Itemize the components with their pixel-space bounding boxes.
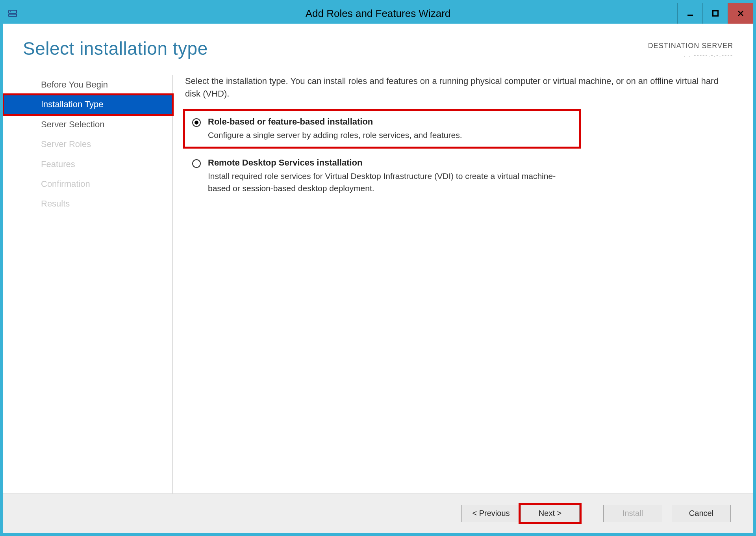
previous-button[interactable]: < Previous <box>461 505 521 522</box>
option-role-based-title: Role-based or feature-based installation <box>208 117 572 127</box>
option-role-based[interactable]: Role-based or feature-based installation… <box>185 111 579 147</box>
window-controls <box>677 3 753 24</box>
svg-rect-1 <box>9 14 17 17</box>
window-title: Add Roles and Features Wizard <box>306 7 451 20</box>
step-installation-type[interactable]: Installation Type <box>3 95 172 114</box>
content-pane: Select the installation type. You can in… <box>185 71 733 493</box>
option-rds-desc: Install required role services for Virtu… <box>208 170 572 194</box>
install-button: Install <box>603 505 662 522</box>
content-divider <box>172 75 173 493</box>
svg-rect-4 <box>713 11 718 16</box>
close-icon <box>737 10 744 17</box>
step-before-you-begin[interactable]: Before You Begin <box>3 75 172 95</box>
body-area: Before You Begin Installation Type Serve… <box>3 63 753 493</box>
destination-server-label: DESTINATION SERVER <box>648 42 733 50</box>
wizard-window: Add Roles and Features Wizard Select ins… <box>0 0 756 536</box>
svg-point-2 <box>10 11 11 12</box>
option-role-based-text: Role-based or feature-based installation… <box>208 117 572 141</box>
minimize-icon <box>687 10 693 17</box>
wizard-steps-sidebar: Before You Begin Installation Type Serve… <box>3 71 172 493</box>
intro-text: Select the installation type. You can in… <box>185 75 733 100</box>
nav-button-group: < Previous Next > <box>461 505 580 522</box>
step-results: Results <box>3 194 172 214</box>
step-confirmation: Confirmation <box>3 174 172 194</box>
option-role-based-desc: Configure a single server by adding role… <box>208 129 572 141</box>
step-features: Features <box>3 154 172 174</box>
footer: < Previous Next > Install Cancel <box>3 493 753 533</box>
option-rds-text: Remote Desktop Services installation Ins… <box>208 158 572 194</box>
next-button[interactable]: Next > <box>521 505 580 522</box>
page-heading: Select installation type <box>23 38 208 59</box>
radio-role-based[interactable] <box>192 118 201 127</box>
server-manager-icon <box>7 8 18 19</box>
destination-server-value: . . -----.-.-.---- <box>648 52 733 59</box>
destination-server-block: DESTINATION SERVER . . -----.-.-.---- <box>648 38 733 59</box>
cancel-button[interactable]: Cancel <box>672 505 731 522</box>
maximize-icon <box>712 10 719 17</box>
close-button[interactable] <box>728 3 753 24</box>
header-area: Select installation type DESTINATION SER… <box>3 24 753 63</box>
radio-rds[interactable] <box>192 159 201 168</box>
maximize-button[interactable] <box>702 3 728 24</box>
option-rds[interactable]: Remote Desktop Services installation Ins… <box>185 152 579 200</box>
step-server-roles: Server Roles <box>3 134 172 154</box>
titlebar: Add Roles and Features Wizard <box>3 3 753 24</box>
minimize-button[interactable] <box>677 3 702 24</box>
svg-rect-3 <box>687 15 693 16</box>
step-server-selection[interactable]: Server Selection <box>3 115 172 134</box>
action-button-group: Install Cancel <box>603 505 731 522</box>
option-rds-title: Remote Desktop Services installation <box>208 158 572 168</box>
